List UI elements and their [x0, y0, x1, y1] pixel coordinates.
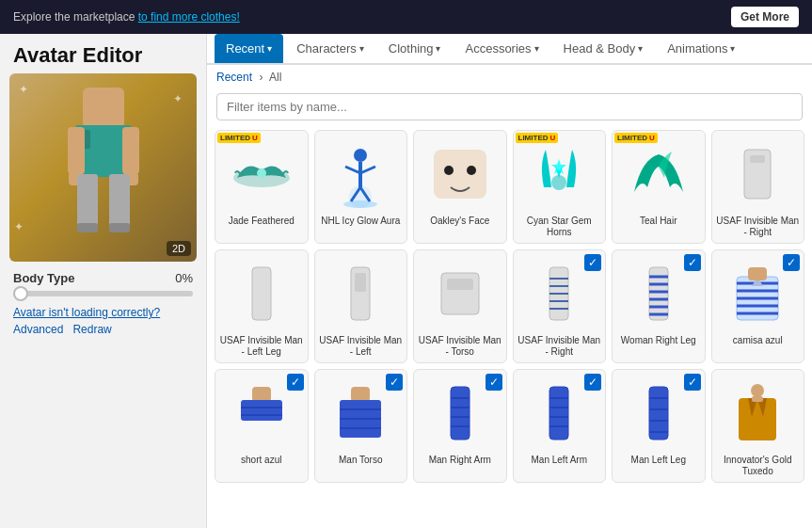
svg-rect-52	[451, 387, 470, 440]
item-man-torso[interactable]: ✓ Man Torso	[314, 369, 408, 483]
get-more-button[interactable]: Get More	[731, 7, 799, 27]
item-label: camisa azul	[733, 335, 783, 346]
item-nhl-icy-glow[interactable]: NHL Icy Glow Aura	[314, 130, 408, 244]
tab-clothing[interactable]: Clothing ▾	[377, 34, 453, 63]
left-panel: Avatar Editor ✦ ✦ ✦ 2D	[0, 34, 207, 528]
tab-characters-label: Characters	[296, 41, 357, 56]
svg-rect-57	[549, 387, 568, 440]
svg-rect-42	[748, 267, 767, 280]
breadcrumb-parent[interactable]: Recent	[216, 71, 252, 84]
filter-input[interactable]	[216, 93, 803, 120]
item-label: Woman Right Leg	[621, 335, 696, 346]
2d-toggle-button[interactable]: 2D	[167, 241, 191, 256]
avatar-left-foot	[77, 223, 98, 232]
svg-line-7	[360, 167, 375, 173]
tab-characters[interactable]: Characters ▾	[285, 34, 375, 63]
svg-rect-44	[241, 400, 282, 421]
item-label: Man Torso	[339, 455, 383, 466]
man-left-leg-icon	[625, 379, 693, 447]
body-type-section: Body Type 0% Avatar isn't loading correc…	[0, 262, 206, 342]
item-thumb	[720, 376, 795, 451]
item-usaf-left-arm[interactable]: USAF Invisible Man - Left	[314, 249, 408, 363]
item-usaf-invisible-right[interactable]: USAF Invisible Man - Right	[711, 130, 805, 244]
avatar-error-link[interactable]: Avatar isn't loading correctly?	[13, 306, 160, 319]
tab-accessories-chevron: ▾	[534, 43, 539, 54]
item-label: Oakley's Face	[430, 216, 489, 227]
item-usaf-left-leg[interactable]: USAF Invisible Man - Left Leg	[215, 249, 309, 363]
man-right-arm-icon	[426, 379, 494, 447]
horns-icon	[525, 140, 593, 208]
filter-bar	[207, 89, 812, 126]
svg-rect-16	[750, 155, 765, 163]
item-usaf-torso[interactable]: USAF Invisible Man - Torso	[413, 249, 507, 363]
item-cyan-star[interactable]: LIMITED U Cyan Star Gem Horns	[513, 130, 607, 244]
item-short-azul[interactable]: ✓ short azul	[215, 369, 309, 483]
svg-rect-47	[351, 387, 370, 402]
teal-hair-icon	[625, 140, 693, 208]
item-thumb	[422, 256, 498, 331]
tab-clothing-label: Clothing	[389, 41, 434, 56]
item-thumb	[521, 256, 597, 331]
advanced-link[interactable]: Advanced	[13, 323, 63, 336]
body-type-slider-track[interactable]	[13, 291, 193, 296]
sparkle-3: ✦	[14, 220, 24, 233]
item-thumb	[224, 256, 299, 331]
avatar-left-arm	[68, 127, 85, 174]
tab-head-body[interactable]: Head & Body ▾	[552, 34, 655, 63]
svg-rect-67	[739, 398, 776, 440]
tab-recent[interactable]: Recent ▾	[215, 34, 283, 63]
item-thumb	[521, 376, 597, 451]
item-man-left-leg[interactable]: ✓ Man Left Leg	[612, 369, 706, 483]
svg-point-4	[354, 149, 367, 162]
avatar-preview: ✦ ✦ ✦ 2D	[9, 73, 197, 262]
item-label: Innovator's Gold Tuxedo	[716, 455, 801, 477]
usaf-left-arm-icon	[326, 260, 394, 328]
avatar-head	[83, 88, 124, 129]
marketplace-link[interactable]: to find more clothes!	[138, 10, 240, 24]
item-thumb	[621, 256, 696, 331]
item-man-left-arm[interactable]: ✓ Man Left Arm	[513, 369, 607, 483]
item-usaf-man-right[interactable]: ✓ USAF Invisible Man - Right	[513, 249, 607, 363]
item-label: USAF Invisible Man - Right	[716, 216, 801, 238]
sparkle-1: ✦	[19, 83, 28, 96]
item-thumb	[422, 376, 498, 451]
item-thumb	[621, 136, 696, 212]
item-jade-feathered[interactable]: LIMITED U Jade Feathered	[215, 130, 309, 244]
tab-accessories[interactable]: Accessories ▾	[454, 34, 549, 63]
redraw-link[interactable]: Redraw	[72, 323, 111, 336]
avatar-figure	[56, 88, 151, 248]
avatar-left-leg	[77, 174, 98, 226]
svg-rect-43	[252, 387, 271, 402]
man-torso-icon	[326, 379, 394, 447]
sparkle-2: ✦	[173, 92, 183, 105]
svg-rect-28	[649, 267, 668, 320]
item-innovators-gold-tuxedo[interactable]: Innovator's Gold Tuxedo	[711, 369, 805, 483]
item-thumb	[720, 136, 795, 212]
item-thumb	[521, 136, 597, 212]
item-teal-hair[interactable]: LIMITED U Teal Hair	[612, 130, 706, 244]
item-thumb	[224, 136, 299, 212]
usaf-right-icon	[724, 140, 791, 208]
man-left-arm-icon	[525, 379, 593, 447]
svg-point-12	[467, 166, 476, 175]
item-label: Cyan Star Gem Horns	[517, 216, 602, 238]
svg-point-71	[751, 384, 764, 397]
breadcrumb-separator: ›	[259, 71, 263, 84]
item-man-right-arm[interactable]: ✓ Man Right Arm	[413, 369, 507, 483]
body-type-label: Body Type	[13, 271, 75, 285]
item-oakleys-face[interactable]: Oakley's Face	[413, 130, 507, 244]
item-thumb	[323, 256, 398, 331]
item-woman-right-leg[interactable]: ✓ Woman Right Leg	[612, 249, 706, 363]
breadcrumb-current: All	[269, 71, 281, 84]
item-camisa-azul[interactable]: ✓	[711, 249, 805, 363]
body-type-slider-thumb[interactable]	[13, 286, 28, 301]
item-thumb	[621, 376, 696, 451]
face-icon	[426, 140, 494, 208]
breadcrumb: Recent › All	[207, 65, 812, 89]
tab-animations[interactable]: Animations ▾	[656, 34, 746, 63]
item-label: short azul	[241, 455, 281, 466]
item-thumb	[323, 136, 398, 212]
main-layout: Avatar Editor ✦ ✦ ✦ 2D	[0, 34, 812, 528]
tab-characters-chevron: ▾	[359, 43, 364, 54]
item-thumb	[224, 376, 299, 451]
